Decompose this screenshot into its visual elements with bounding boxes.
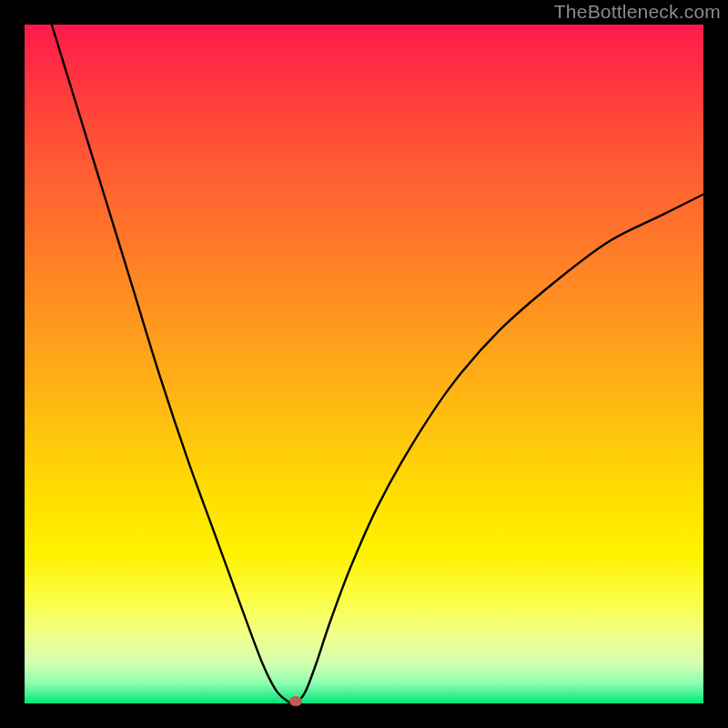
- bottleneck-curve: [25, 25, 703, 703]
- chart-frame: TheBottleneck.com: [0, 0, 728, 728]
- optimum-marker: [289, 696, 302, 706]
- watermark-text: TheBottleneck.com: [554, 1, 721, 23]
